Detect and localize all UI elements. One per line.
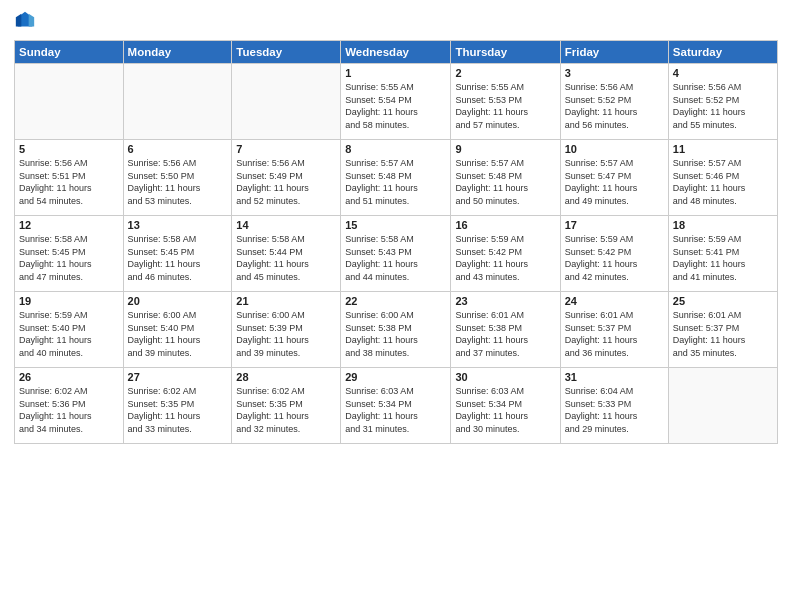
calendar-cell: 26Sunrise: 6:02 AM Sunset: 5:36 PM Dayli…	[15, 368, 124, 444]
weekday-header: Tuesday	[232, 41, 341, 64]
day-info: Sunrise: 5:57 AM Sunset: 5:48 PM Dayligh…	[345, 157, 446, 207]
calendar-cell: 22Sunrise: 6:00 AM Sunset: 5:38 PM Dayli…	[341, 292, 451, 368]
day-number: 28	[236, 371, 336, 383]
day-info: Sunrise: 5:56 AM Sunset: 5:52 PM Dayligh…	[673, 81, 773, 131]
calendar-cell: 6Sunrise: 5:56 AM Sunset: 5:50 PM Daylig…	[123, 140, 232, 216]
logo-icon	[14, 10, 36, 32]
day-number: 25	[673, 295, 773, 307]
day-number: 9	[455, 143, 555, 155]
calendar-cell: 7Sunrise: 5:56 AM Sunset: 5:49 PM Daylig…	[232, 140, 341, 216]
day-info: Sunrise: 6:03 AM Sunset: 5:34 PM Dayligh…	[455, 385, 555, 435]
day-info: Sunrise: 6:02 AM Sunset: 5:36 PM Dayligh…	[19, 385, 119, 435]
day-info: Sunrise: 5:59 AM Sunset: 5:40 PM Dayligh…	[19, 309, 119, 359]
calendar-cell: 11Sunrise: 5:57 AM Sunset: 5:46 PM Dayli…	[668, 140, 777, 216]
weekday-header: Wednesday	[341, 41, 451, 64]
calendar-week-row: 1Sunrise: 5:55 AM Sunset: 5:54 PM Daylig…	[15, 64, 778, 140]
day-number: 23	[455, 295, 555, 307]
calendar-cell: 3Sunrise: 5:56 AM Sunset: 5:52 PM Daylig…	[560, 64, 668, 140]
day-number: 18	[673, 219, 773, 231]
day-info: Sunrise: 5:59 AM Sunset: 5:42 PM Dayligh…	[565, 233, 664, 283]
day-number: 14	[236, 219, 336, 231]
calendar-cell: 13Sunrise: 5:58 AM Sunset: 5:45 PM Dayli…	[123, 216, 232, 292]
calendar-cell: 29Sunrise: 6:03 AM Sunset: 5:34 PM Dayli…	[341, 368, 451, 444]
day-number: 30	[455, 371, 555, 383]
day-number: 4	[673, 67, 773, 79]
day-info: Sunrise: 6:01 AM Sunset: 5:37 PM Dayligh…	[673, 309, 773, 359]
calendar-cell	[15, 64, 124, 140]
day-info: Sunrise: 6:03 AM Sunset: 5:34 PM Dayligh…	[345, 385, 446, 435]
day-info: Sunrise: 5:55 AM Sunset: 5:53 PM Dayligh…	[455, 81, 555, 131]
day-number: 2	[455, 67, 555, 79]
day-number: 1	[345, 67, 446, 79]
svg-marker-1	[29, 14, 34, 27]
day-number: 15	[345, 219, 446, 231]
calendar-week-row: 12Sunrise: 5:58 AM Sunset: 5:45 PM Dayli…	[15, 216, 778, 292]
day-number: 29	[345, 371, 446, 383]
calendar-cell: 23Sunrise: 6:01 AM Sunset: 5:38 PM Dayli…	[451, 292, 560, 368]
day-info: Sunrise: 5:57 AM Sunset: 5:47 PM Dayligh…	[565, 157, 664, 207]
day-info: Sunrise: 6:00 AM Sunset: 5:40 PM Dayligh…	[128, 309, 228, 359]
day-info: Sunrise: 5:59 AM Sunset: 5:41 PM Dayligh…	[673, 233, 773, 283]
svg-marker-2	[16, 14, 22, 27]
calendar-cell: 19Sunrise: 5:59 AM Sunset: 5:40 PM Dayli…	[15, 292, 124, 368]
day-number: 24	[565, 295, 664, 307]
day-number: 3	[565, 67, 664, 79]
day-number: 17	[565, 219, 664, 231]
day-number: 5	[19, 143, 119, 155]
calendar-cell: 30Sunrise: 6:03 AM Sunset: 5:34 PM Dayli…	[451, 368, 560, 444]
calendar-cell: 28Sunrise: 6:02 AM Sunset: 5:35 PM Dayli…	[232, 368, 341, 444]
calendar-cell	[668, 368, 777, 444]
day-info: Sunrise: 5:57 AM Sunset: 5:48 PM Dayligh…	[455, 157, 555, 207]
day-number: 19	[19, 295, 119, 307]
day-number: 21	[236, 295, 336, 307]
calendar-cell	[123, 64, 232, 140]
day-number: 7	[236, 143, 336, 155]
page: SundayMondayTuesdayWednesdayThursdayFrid…	[0, 0, 792, 612]
calendar-table: SundayMondayTuesdayWednesdayThursdayFrid…	[14, 40, 778, 444]
calendar-cell: 14Sunrise: 5:58 AM Sunset: 5:44 PM Dayli…	[232, 216, 341, 292]
day-number: 26	[19, 371, 119, 383]
logo	[14, 10, 40, 32]
day-info: Sunrise: 5:56 AM Sunset: 5:49 PM Dayligh…	[236, 157, 336, 207]
calendar-cell: 4Sunrise: 5:56 AM Sunset: 5:52 PM Daylig…	[668, 64, 777, 140]
day-number: 10	[565, 143, 664, 155]
calendar-cell: 1Sunrise: 5:55 AM Sunset: 5:54 PM Daylig…	[341, 64, 451, 140]
day-info: Sunrise: 6:01 AM Sunset: 5:38 PM Dayligh…	[455, 309, 555, 359]
calendar-cell: 9Sunrise: 5:57 AM Sunset: 5:48 PM Daylig…	[451, 140, 560, 216]
weekday-header: Thursday	[451, 41, 560, 64]
day-number: 31	[565, 371, 664, 383]
day-number: 11	[673, 143, 773, 155]
calendar-cell: 20Sunrise: 6:00 AM Sunset: 5:40 PM Dayli…	[123, 292, 232, 368]
day-number: 6	[128, 143, 228, 155]
day-info: Sunrise: 5:58 AM Sunset: 5:45 PM Dayligh…	[128, 233, 228, 283]
day-number: 16	[455, 219, 555, 231]
day-number: 8	[345, 143, 446, 155]
calendar-cell: 12Sunrise: 5:58 AM Sunset: 5:45 PM Dayli…	[15, 216, 124, 292]
day-number: 22	[345, 295, 446, 307]
day-info: Sunrise: 6:00 AM Sunset: 5:38 PM Dayligh…	[345, 309, 446, 359]
weekday-header: Saturday	[668, 41, 777, 64]
day-info: Sunrise: 5:55 AM Sunset: 5:54 PM Dayligh…	[345, 81, 446, 131]
day-info: Sunrise: 6:02 AM Sunset: 5:35 PM Dayligh…	[128, 385, 228, 435]
calendar-cell: 8Sunrise: 5:57 AM Sunset: 5:48 PM Daylig…	[341, 140, 451, 216]
calendar-week-row: 26Sunrise: 6:02 AM Sunset: 5:36 PM Dayli…	[15, 368, 778, 444]
weekday-header: Monday	[123, 41, 232, 64]
day-info: Sunrise: 6:01 AM Sunset: 5:37 PM Dayligh…	[565, 309, 664, 359]
day-info: Sunrise: 6:00 AM Sunset: 5:39 PM Dayligh…	[236, 309, 336, 359]
day-info: Sunrise: 5:56 AM Sunset: 5:52 PM Dayligh…	[565, 81, 664, 131]
calendar-cell: 17Sunrise: 5:59 AM Sunset: 5:42 PM Dayli…	[560, 216, 668, 292]
calendar-cell: 10Sunrise: 5:57 AM Sunset: 5:47 PM Dayli…	[560, 140, 668, 216]
day-info: Sunrise: 5:56 AM Sunset: 5:50 PM Dayligh…	[128, 157, 228, 207]
day-info: Sunrise: 5:58 AM Sunset: 5:43 PM Dayligh…	[345, 233, 446, 283]
calendar-cell: 16Sunrise: 5:59 AM Sunset: 5:42 PM Dayli…	[451, 216, 560, 292]
calendar-cell: 5Sunrise: 5:56 AM Sunset: 5:51 PM Daylig…	[15, 140, 124, 216]
calendar-header-row: SundayMondayTuesdayWednesdayThursdayFrid…	[15, 41, 778, 64]
calendar-cell: 25Sunrise: 6:01 AM Sunset: 5:37 PM Dayli…	[668, 292, 777, 368]
calendar-cell: 27Sunrise: 6:02 AM Sunset: 5:35 PM Dayli…	[123, 368, 232, 444]
day-info: Sunrise: 5:57 AM Sunset: 5:46 PM Dayligh…	[673, 157, 773, 207]
calendar-cell: 24Sunrise: 6:01 AM Sunset: 5:37 PM Dayli…	[560, 292, 668, 368]
weekday-header: Friday	[560, 41, 668, 64]
calendar-cell: 21Sunrise: 6:00 AM Sunset: 5:39 PM Dayli…	[232, 292, 341, 368]
day-number: 20	[128, 295, 228, 307]
day-number: 12	[19, 219, 119, 231]
